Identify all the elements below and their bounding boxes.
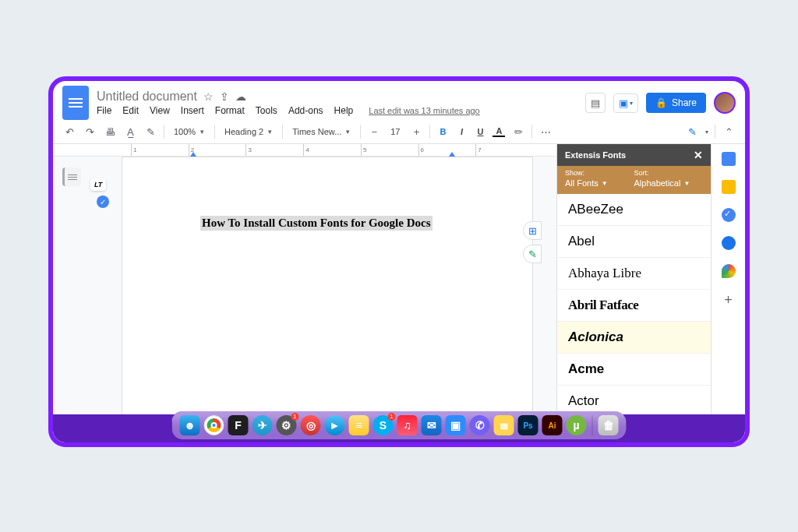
document-canvas[interactable]: 1234567 LT ✓ How To Install Custom Fonts…	[53, 144, 556, 442]
editing-mode-icon[interactable]: ✎	[685, 126, 699, 138]
underline-button[interactable]: U	[474, 127, 486, 136]
dock-app2-icon[interactable]: ≣	[494, 415, 514, 435]
languagetool-check-icon[interactable]: ✓	[97, 196, 109, 208]
sort-label: Sort:	[634, 169, 704, 177]
dock-chrome-icon[interactable]	[204, 415, 224, 435]
dock-music-icon[interactable]: ♫	[397, 415, 418, 435]
maps-icon[interactable]	[722, 264, 736, 278]
side-rail: +	[711, 144, 745, 442]
contacts-icon[interactable]	[722, 236, 736, 250]
cloud-status-icon[interactable]: ☁	[235, 90, 246, 103]
font-item[interactable]: ABeeZee	[557, 194, 711, 226]
star-icon[interactable]: ☆	[203, 90, 214, 103]
menu-format[interactable]: Format	[215, 105, 245, 116]
document-page[interactable]: How To Install Custom Fonts for Google D…	[122, 157, 533, 442]
toolbar: ↶ ↷ 🖶 A̲ ✎ 100%▼ Heading 2▼ Times New...…	[53, 120, 745, 144]
horizontal-ruler[interactable]: 1234567	[53, 144, 556, 157]
dock-utorrent-icon[interactable]: µ	[567, 415, 587, 435]
text-color-button[interactable]: A	[493, 126, 505, 137]
font-list[interactable]: ABeeZee Abel Abhaya Libre Abril Fatface …	[557, 194, 711, 419]
document-heading-text[interactable]: How To Install Custom Fonts for Google D…	[200, 216, 433, 231]
font-size-input[interactable]: 17	[387, 127, 403, 136]
bold-button[interactable]: B	[436, 127, 449, 136]
dock-quicktime-icon[interactable]: ►	[325, 415, 345, 435]
comment-history-icon[interactable]: ▤	[585, 93, 606, 113]
last-edit-link[interactable]: Last edit was 13 minutes ago	[369, 106, 479, 115]
calendar-icon[interactable]	[722, 152, 736, 166]
dock-photoshop-icon[interactable]: Ps	[518, 415, 538, 435]
font-item-selected[interactable]: Aclonica	[557, 322, 711, 354]
editing-mode-chevron-icon[interactable]: ▾	[705, 129, 708, 136]
menu-view[interactable]: View	[150, 105, 170, 116]
outline-toggle-icon[interactable]	[62, 167, 81, 186]
sort-dropdown[interactable]: Alphabetical▼	[634, 178, 704, 188]
panel-title: Extensis Fonts	[565, 150, 626, 160]
close-icon[interactable]: ✕	[694, 149, 703, 161]
add-addon-icon[interactable]: +	[724, 292, 733, 308]
move-icon[interactable]: ⇪	[220, 90, 229, 103]
languagetool-badge[interactable]: LT	[90, 178, 106, 191]
font-dropdown[interactable]: Times New...▼	[289, 125, 354, 138]
more-icon[interactable]: ⋯	[538, 126, 553, 138]
menu-help[interactable]: Help	[334, 105, 354, 116]
redo-icon[interactable]: ↷	[83, 126, 97, 138]
font-item[interactable]: Abril Fatface	[557, 290, 711, 322]
docs-logo-icon[interactable]	[62, 86, 89, 120]
dock-notes-icon[interactable]: ≡	[349, 415, 369, 435]
collapse-toolbar-icon[interactable]: ⌃	[722, 126, 736, 138]
font-item[interactable]: Abhaya Libre	[557, 258, 711, 290]
font-item[interactable]: Abel	[557, 226, 711, 258]
paint-format-icon[interactable]: ✎	[143, 126, 157, 138]
extensis-fonts-panel: Extensis Fonts ✕ Show: All Fonts▼ Sort: …	[556, 144, 711, 442]
menu-addons[interactable]: Add-ons	[288, 105, 323, 116]
menu-tools[interactable]: Tools	[256, 105, 277, 116]
dock-zoom-icon[interactable]: ▣	[446, 415, 466, 435]
dock-telegram-icon[interactable]: ✈	[252, 415, 273, 435]
suggest-edit-icon[interactable]: ✎	[523, 245, 542, 263]
style-dropdown[interactable]: Heading 2▼	[221, 125, 276, 138]
add-comment-icon[interactable]: ⊞	[523, 221, 542, 240]
meet-button[interactable]: ▣▾	[613, 93, 638, 113]
macos-dock: ☻ F ✈ ⚙1 ◎ ► ≡ S1 ♫ ✉ ▣ ✆ ≣ Ps Ai µ 🗑	[172, 411, 627, 439]
document-title[interactable]: Untitled document	[97, 90, 197, 104]
keep-icon[interactable]	[722, 180, 736, 194]
print-icon[interactable]: 🖶	[103, 126, 117, 138]
italic-button[interactable]: I	[455, 127, 468, 136]
show-label: Show:	[565, 169, 634, 177]
tasks-icon[interactable]	[722, 208, 736, 222]
undo-icon[interactable]: ↶	[62, 126, 76, 138]
docs-header: Untitled document ☆ ⇪ ☁ File Edit View I…	[53, 81, 745, 120]
menu-edit[interactable]: Edit	[122, 105, 139, 116]
browser-frame: Untitled document ☆ ⇪ ☁ File Edit View I…	[48, 76, 750, 447]
highlight-icon[interactable]: ✏	[511, 126, 525, 138]
show-dropdown[interactable]: All Fonts▼	[565, 178, 634, 188]
menu-bar: File Edit View Insert Format Tools Add-o…	[97, 105, 577, 116]
decrease-font-icon[interactable]: −	[367, 126, 381, 138]
dock-figma-icon[interactable]: F	[228, 415, 249, 435]
dock-trash-icon[interactable]: 🗑	[598, 415, 619, 435]
dock-finder-icon[interactable]: ☻	[180, 415, 200, 435]
dock-mail-icon[interactable]: ✉	[422, 415, 442, 435]
zoom-dropdown[interactable]: 100%▼	[171, 125, 208, 138]
account-avatar[interactable]	[714, 92, 736, 114]
dock-illustrator-icon[interactable]: Ai	[542, 415, 563, 435]
dock-app-icon[interactable]: ◎	[301, 415, 321, 435]
menu-file[interactable]: File	[97, 105, 111, 116]
increase-font-icon[interactable]: +	[409, 126, 423, 138]
font-item[interactable]: Acme	[557, 354, 711, 386]
menu-insert[interactable]: Insert	[181, 105, 204, 116]
share-button[interactable]: 🔒 Share	[646, 93, 706, 113]
spellcheck-icon[interactable]: A̲	[123, 126, 137, 138]
lock-icon: 🔒	[655, 97, 667, 108]
dock-viber-icon[interactable]: ✆	[470, 415, 490, 435]
